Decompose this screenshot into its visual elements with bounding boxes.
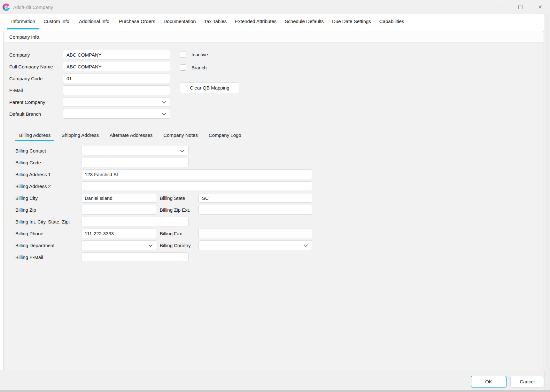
tab-documentation[interactable]: Documentation: [159, 14, 200, 29]
branch-checkbox[interactable]: [180, 64, 186, 71]
subtab-company-notes[interactable]: Company Notes: [159, 131, 202, 141]
app-logo-icon: [3, 4, 10, 11]
billing-zip-input[interactable]: [81, 205, 157, 215]
inactive-label: Inactive: [191, 52, 208, 57]
tab-tax-tables[interactable]: Tax Tables: [200, 14, 231, 29]
default-branch-label: Default Branch: [9, 111, 63, 117]
billing-int-city-state-zip-label: Billing Int. City, State, Zip:: [15, 219, 81, 224]
billing-fax-input[interactable]: [198, 229, 312, 238]
close-button[interactable]: ✕: [530, 0, 550, 14]
address-tabstrip: Billing Address Shipping Address Alterna…: [15, 131, 248, 141]
company-label: Company: [9, 52, 63, 58]
email-label: E-Mail: [9, 88, 63, 93]
billing-email-label: Billing E-Mail: [15, 255, 81, 260]
subtab-alternate-addresses[interactable]: Alternate Addresses: [106, 131, 156, 141]
tab-additional-info[interactable]: Additional Info.: [75, 14, 115, 29]
company-code-label: Company Code: [9, 76, 63, 81]
billing-code-input[interactable]: [81, 158, 189, 167]
tab-schedule-defaults[interactable]: Schedule Defaults: [281, 14, 328, 29]
parent-company-select[interactable]: [63, 97, 170, 107]
tab-purchase-orders[interactable]: Purchase Orders: [115, 14, 159, 29]
chevron-down-icon: [162, 101, 166, 104]
billing-int-city-state-zip-input[interactable]: [81, 217, 189, 226]
chevron-down-icon: [304, 244, 308, 247]
email-input[interactable]: [63, 85, 170, 95]
branch-label: Branch: [191, 65, 207, 70]
billing-address1-label: Billing Address 1: [15, 172, 81, 177]
billing-city-input[interactable]: [81, 193, 157, 203]
close-icon: ✕: [538, 4, 542, 10]
titlebar: Add/Edit Company ✕: [0, 0, 550, 14]
clear-qb-mapping-button[interactable]: Clear QB Mapping: [180, 82, 239, 93]
billing-city-label: Billing City: [15, 195, 81, 201]
chevron-down-icon: [148, 244, 153, 247]
billing-address1-input[interactable]: [81, 169, 312, 179]
billing-state-label: Billing State: [157, 195, 198, 201]
tab-due-date-settings[interactable]: Due Date Settings: [328, 14, 375, 29]
window-bottom-edge: [0, 390, 550, 392]
billing-country-select[interactable]: [198, 240, 312, 250]
billing-department-select[interactable]: [81, 240, 157, 250]
billing-department-label: Billing Department: [15, 243, 81, 248]
inactive-checkbox[interactable]: [180, 51, 186, 58]
billing-country-label: Billing Country: [157, 243, 198, 248]
minimize-button[interactable]: [491, 0, 510, 14]
billing-state-input[interactable]: [198, 193, 312, 203]
billing-zip-label: Billing Zip: [15, 207, 81, 213]
billing-address2-input[interactable]: [81, 181, 312, 191]
minimize-icon: [498, 7, 503, 7]
tab-information[interactable]: Information: [7, 14, 39, 29]
billing-fax-label: Billing Fax: [157, 231, 198, 236]
company-input[interactable]: [63, 50, 170, 59]
default-branch-select[interactable]: [63, 109, 170, 119]
billing-phone-input[interactable]: [81, 229, 157, 238]
full-company-name-label: Full Company Name: [9, 64, 63, 69]
main-tabstrip: Information Custom Info. Additional Info…: [0, 14, 545, 29]
tab-extended-attributes[interactable]: Extended Attributes: [231, 14, 281, 29]
chevron-down-icon: [180, 150, 184, 152]
billing-code-label: Billing Code: [15, 160, 81, 165]
subtab-company-logo[interactable]: Company Logo: [205, 131, 245, 141]
company-info-panel: Company Info. Company Full Company Name …: [3, 31, 544, 370]
subtab-billing-address[interactable]: Billing Address: [15, 131, 54, 141]
cancel-button[interactable]: Cancel: [510, 376, 544, 388]
subtab-shipping-address[interactable]: Shipping Address: [58, 131, 103, 141]
full-company-name-input[interactable]: [63, 62, 170, 71]
maximize-icon: [518, 5, 523, 9]
footer-bar: OK Cancel: [0, 370, 550, 392]
billing-zip-ext-label: Billing Zip Ext.: [157, 207, 198, 213]
tab-custom-info[interactable]: Custom Info.: [39, 14, 75, 29]
window-title: Add/Edit Company: [13, 4, 53, 10]
right-edge-gutter: [545, 14, 550, 390]
panel-header: Company Info.: [4, 31, 544, 43]
billing-zip-ext-input[interactable]: [198, 205, 312, 215]
billing-phone-label: Billing Phone: [15, 231, 81, 236]
billing-contact-select[interactable]: [81, 146, 189, 155]
tab-capabilities[interactable]: Capabilities: [375, 14, 408, 29]
company-code-input[interactable]: [63, 74, 170, 83]
billing-address2-label: Billing Address 2: [15, 184, 81, 189]
maximize-button[interactable]: [510, 0, 530, 14]
chevron-down-icon: [162, 113, 166, 115]
billing-contact-label: Billing Contact: [15, 148, 81, 153]
billing-email-input[interactable]: [81, 252, 189, 262]
parent-company-label: Parent Company: [9, 99, 63, 105]
ok-button[interactable]: OK: [471, 376, 507, 388]
